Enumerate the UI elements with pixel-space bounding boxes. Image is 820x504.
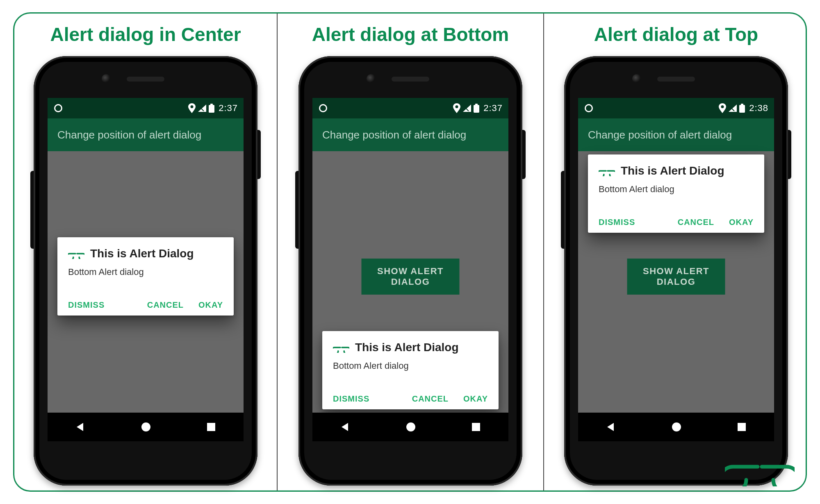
app-content: SHOW ALERT DIALOG This is Alert Dialog B…: [48, 151, 244, 413]
nav-dot-icon: [585, 104, 593, 112]
phone-screen: 2:38 Change position of alert dialog SHO…: [578, 98, 774, 441]
status-clock: 2:37: [219, 103, 238, 114]
gfg-brand-icon: [723, 446, 797, 487]
svg-rect-1: [210, 104, 213, 105]
phone-screen: 2:37 Change position of alert dialog SHO…: [312, 98, 508, 441]
svg-rect-7: [472, 423, 480, 431]
alert-dialog: This is Alert Dialog Bottom Alert dialog…: [588, 154, 764, 233]
nav-home-icon[interactable]: [671, 422, 682, 432]
dialog-actions: DISMISS CANCEL OKAY: [333, 394, 488, 404]
column-top: Alert dialog at Top: [544, 14, 808, 490]
dialog-title: This is Alert Dialog: [90, 247, 194, 260]
phone-power-button: [788, 130, 791, 179]
location-icon: [719, 103, 726, 113]
nav-recent-icon[interactable]: [471, 422, 481, 432]
dialog-actions: DISMISS CANCEL OKAY: [68, 300, 223, 310]
status-bar: 2:38: [578, 98, 774, 118]
okay-button[interactable]: OKAY: [463, 394, 488, 404]
navigation-bar: [312, 413, 508, 441]
navigation-bar: [48, 413, 244, 441]
device-frame: 2:38 Change position of alert dialog SHO…: [564, 56, 788, 486]
dialog-message: Bottom Alert dialog: [599, 184, 754, 195]
gfg-logo-icon: [333, 342, 349, 353]
column-center: Alert dialog in Center: [14, 14, 277, 490]
dialog-message: Bottom Alert dialog: [333, 361, 488, 371]
phone-front-camera: [632, 74, 641, 83]
nav-back-icon[interactable]: [75, 422, 86, 432]
app-bar-title: Change position of alert dialog: [322, 129, 466, 141]
status-clock: 2:37: [483, 103, 503, 114]
dismiss-button[interactable]: DISMISS: [68, 300, 105, 310]
svg-point-2: [141, 422, 150, 431]
battery-icon: [209, 104, 214, 113]
phone-screen: 2:37 Change position of alert dialog SHO…: [48, 98, 244, 441]
nav-recent-icon[interactable]: [737, 422, 747, 432]
signal-icon: [463, 104, 471, 112]
status-bar: 2:37: [312, 98, 508, 118]
alert-dialog: This is Alert Dialog Bottom Alert dialog…: [57, 237, 234, 316]
phone-volume-rocker: [295, 171, 298, 249]
dismiss-button[interactable]: DISMISS: [599, 218, 635, 227]
app-bar-title: Change position of alert dialog: [57, 129, 201, 141]
dialog-actions: DISMISS CANCEL OKAY: [599, 218, 754, 227]
show-alert-button[interactable]: SHOW ALERT DIALOG: [627, 259, 725, 295]
phone-earpiece: [657, 77, 695, 82]
device-frame: 2:37 Change position of alert dialog SHO…: [34, 56, 257, 486]
phone-earpiece: [127, 77, 164, 82]
app-bar-title: Change position of alert dialog: [588, 129, 732, 141]
app-content: SHOW ALERT DIALOG This is Alert Dialog B…: [312, 151, 508, 413]
app-bar: Change position of alert dialog: [312, 118, 508, 151]
gfg-logo-icon: [68, 248, 84, 259]
nav-home-icon[interactable]: [405, 422, 416, 432]
nav-back-icon[interactable]: [340, 422, 351, 432]
battery-icon: [474, 104, 479, 113]
dialog-title: This is Alert Dialog: [621, 164, 724, 177]
alert-dialog: This is Alert Dialog Bottom Alert dialog…: [322, 331, 499, 409]
okay-button[interactable]: OKAY: [729, 218, 754, 227]
phone-power-button: [257, 130, 261, 179]
svg-rect-4: [474, 105, 479, 113]
navigation-bar: [578, 413, 774, 441]
location-icon: [453, 103, 460, 113]
gfg-logo-icon: [599, 166, 615, 176]
cancel-button[interactable]: CANCEL: [412, 394, 449, 404]
dialog-message: Bottom Alert dialog: [68, 267, 223, 277]
okay-button[interactable]: OKAY: [198, 300, 223, 310]
cancel-button[interactable]: CANCEL: [678, 218, 714, 227]
svg-point-10: [672, 422, 681, 431]
column-title-top: Alert dialog at Top: [594, 23, 758, 45]
battery-icon: [739, 104, 745, 113]
phone-power-button: [522, 130, 526, 179]
dialog-title: This is Alert Dialog: [355, 341, 459, 354]
svg-rect-9: [741, 104, 743, 105]
column-title-center: Alert dialog in Center: [50, 23, 241, 45]
phone-earpiece: [392, 77, 429, 82]
column-bottom: Alert dialog at Bottom: [277, 14, 544, 490]
column-title-bottom: Alert dialog at Bottom: [312, 23, 509, 45]
svg-rect-0: [209, 105, 214, 113]
nav-recent-icon[interactable]: [206, 422, 216, 432]
location-icon: [188, 103, 196, 113]
svg-rect-11: [738, 423, 746, 431]
nav-dot-icon: [54, 104, 62, 112]
phone-front-camera: [102, 74, 111, 83]
nav-back-icon[interactable]: [606, 422, 616, 432]
status-clock: 2:38: [749, 103, 768, 114]
show-alert-button[interactable]: SHOW ALERT DIALOG: [362, 259, 460, 295]
signal-icon: [729, 104, 737, 112]
svg-rect-3: [207, 423, 215, 431]
svg-point-6: [406, 422, 415, 431]
app-bar: Change position of alert dialog: [578, 118, 774, 151]
cancel-button[interactable]: CANCEL: [147, 300, 184, 310]
image-frame: Alert dialog in Center: [13, 12, 807, 492]
svg-rect-8: [739, 105, 745, 113]
signal-icon: [198, 104, 206, 112]
svg-rect-5: [475, 104, 478, 105]
phone-volume-rocker: [30, 171, 34, 249]
device-frame: 2:37 Change position of alert dialog SHO…: [298, 56, 522, 486]
status-bar: 2:37: [48, 98, 244, 118]
nav-dot-icon: [319, 104, 327, 112]
dismiss-button[interactable]: DISMISS: [333, 394, 369, 404]
phone-volume-rocker: [561, 171, 564, 249]
nav-home-icon[interactable]: [141, 422, 151, 432]
